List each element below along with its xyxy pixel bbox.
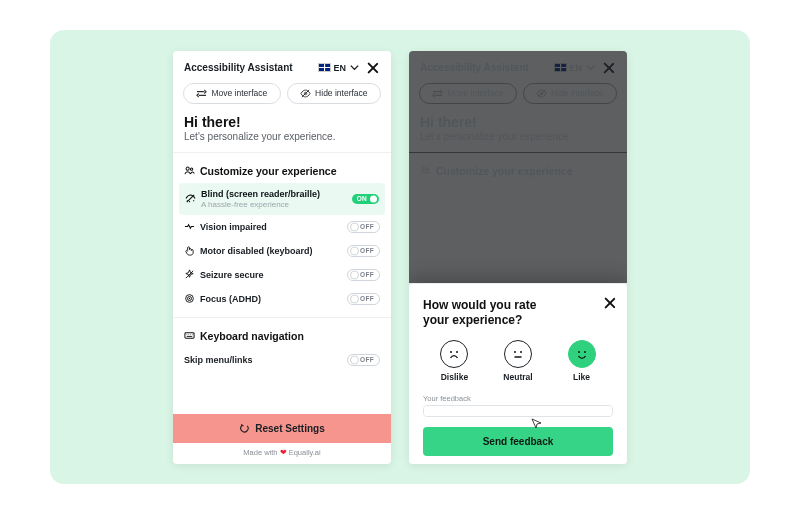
- option-motor-label: Motor disabled (keyboard): [200, 246, 313, 256]
- face-neutral-icon: [509, 345, 527, 363]
- svg-point-3: [190, 168, 192, 170]
- option-vision[interactable]: Vision impaired OFF: [173, 215, 391, 239]
- option-blind[interactable]: Blind (screen reader/braille) A hassle-f…: [179, 183, 385, 215]
- toggle-motor[interactable]: OFF: [347, 245, 380, 257]
- heart-icon: ❤: [280, 448, 287, 457]
- rating-neutral[interactable]: Neutral: [503, 340, 532, 382]
- toggle-skip[interactable]: OFF: [347, 354, 380, 366]
- low-vision-icon: [184, 221, 195, 232]
- svg-point-2: [186, 167, 189, 170]
- language-code: EN: [333, 63, 346, 73]
- greeting-title: Hi there!: [184, 114, 380, 130]
- toggle-vision[interactable]: OFF: [347, 221, 380, 233]
- svg-rect-9: [185, 333, 194, 339]
- send-feedback-button[interactable]: Send feedback: [423, 427, 613, 456]
- rating-row: Dislike Neutral Like: [423, 340, 613, 382]
- reset-button[interactable]: Reset Settings: [173, 414, 391, 443]
- close-button[interactable]: [366, 61, 380, 75]
- section-keyboard: Keyboard navigation: [173, 317, 391, 348]
- section-keyboard-label: Keyboard navigation: [200, 330, 304, 342]
- keyboard-icon: [184, 330, 195, 341]
- option-focus[interactable]: Focus (ADHD) OFF: [173, 287, 391, 311]
- toggle-focus[interactable]: OFF: [347, 293, 380, 305]
- people-icon: [184, 165, 195, 176]
- rating-dislike[interactable]: Dislike: [440, 340, 468, 382]
- rating-neutral-label: Neutral: [503, 372, 532, 382]
- option-focus-label: Focus (ADHD): [200, 294, 261, 304]
- flag-uk-icon: [319, 64, 330, 71]
- hand-icon: [184, 245, 195, 256]
- section-customize: Customize your experience: [173, 152, 391, 183]
- section-customize-label: Customize your experience: [200, 165, 337, 177]
- rating-like[interactable]: Like: [568, 340, 596, 382]
- cursor-icon: [531, 418, 543, 430]
- interface-chip-row: Move interface Hide interface: [173, 83, 391, 112]
- feedback-textarea[interactable]: [423, 405, 613, 417]
- svg-point-15: [456, 351, 458, 353]
- option-blind-sub: A hassle-free experience: [201, 200, 320, 209]
- rating-like-label: Like: [573, 372, 590, 382]
- feedback-sheet: How would you rate your experience? Disl…: [409, 283, 627, 464]
- accessibility-panel-feedback: Accessibility Assistant EN Move interfac…: [409, 51, 627, 464]
- dimmed-background: Accessibility Assistant EN Move interfac…: [409, 51, 627, 283]
- eye-closed-icon: [185, 193, 196, 204]
- target-icon: [184, 293, 195, 304]
- svg-point-19: [578, 351, 580, 353]
- svg-point-14: [450, 351, 452, 353]
- close-feedback-button[interactable]: [603, 296, 617, 310]
- hide-interface-chip[interactable]: Hide interface: [287, 83, 381, 104]
- eye-off-icon: [300, 88, 311, 99]
- toggle-seizure[interactable]: OFF: [347, 269, 380, 281]
- option-seizure[interactable]: Seizure secure OFF: [173, 263, 391, 287]
- svg-point-16: [514, 351, 516, 353]
- option-skip[interactable]: Skip menu/links OFF: [173, 348, 391, 372]
- panel-header: Accessibility Assistant EN: [173, 51, 391, 83]
- feedback-field-label: Your feedback: [423, 394, 613, 403]
- option-vision-label: Vision impaired: [200, 222, 267, 232]
- credit-line: Made with ❤ Equally.ai: [173, 443, 391, 464]
- panel-title: Accessibility Assistant: [184, 62, 293, 73]
- sparkle-off-icon: [184, 269, 195, 280]
- option-seizure-label: Seizure secure: [200, 270, 264, 280]
- move-interface-chip[interactable]: Move interface: [183, 83, 281, 104]
- face-happy-icon: [573, 345, 591, 363]
- feedback-title: How would you rate your experience?: [423, 298, 613, 328]
- option-skip-label: Skip menu/links: [184, 355, 253, 365]
- reset-label: Reset Settings: [255, 423, 324, 434]
- greeting: Hi there! Let's personalize your experie…: [173, 112, 391, 146]
- move-icon: [196, 88, 207, 99]
- accessibility-panel: Accessibility Assistant EN Move interfac…: [173, 51, 391, 464]
- stage: Accessibility Assistant EN Move interfac…: [50, 30, 750, 484]
- chevron-down-icon: [349, 62, 360, 73]
- option-motor[interactable]: Motor disabled (keyboard) OFF: [173, 239, 391, 263]
- hide-interface-label: Hide interface: [315, 88, 367, 98]
- svg-point-20: [584, 351, 586, 353]
- move-interface-label: Move interface: [211, 88, 267, 98]
- option-blind-label: Blind (screen reader/braille): [201, 189, 320, 199]
- refresh-icon: [239, 423, 250, 434]
- rating-dislike-label: Dislike: [441, 372, 468, 382]
- svg-point-17: [520, 351, 522, 353]
- option-list: Blind (screen reader/braille) A hassle-f…: [173, 183, 391, 311]
- send-feedback-label: Send feedback: [483, 436, 554, 447]
- language-selector[interactable]: EN: [319, 62, 360, 73]
- face-sad-icon: [445, 345, 463, 363]
- toggle-blind[interactable]: ON: [352, 194, 379, 204]
- greeting-subtitle: Let's personalize your experience.: [184, 131, 380, 142]
- svg-point-8: [189, 298, 190, 299]
